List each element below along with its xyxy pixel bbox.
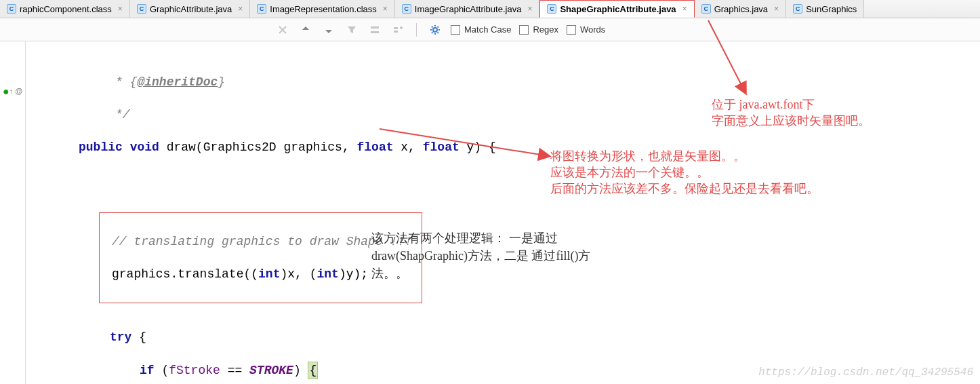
class-icon: C <box>257 4 266 14</box>
editor-tab-bar: CraphicComponent.class× CGraphicAttribut… <box>0 0 980 18</box>
svg-point-4 <box>433 28 437 32</box>
checkbox-icon <box>567 25 576 35</box>
code-editor[interactable]: * {@inheritDoc} */ public void draw(Grap… <box>26 41 980 384</box>
tab-label: GraphicAttribute.java <box>150 4 232 14</box>
const-stroke: STROKE <box>249 364 293 377</box>
tab-label: Graphics.java <box>714 4 768 14</box>
code-line: graphics.translate((int)x, (int)y); <box>112 267 368 281</box>
annotation-note: 位于 java.awt.font下 字面意义上应该时矢量图吧。 <box>712 96 870 129</box>
field-fstroke: fStroke <box>169 364 220 377</box>
add-selection-icon[interactable] <box>390 22 405 37</box>
tab-label: ImageGraphicAttribute.java <box>415 4 522 14</box>
words-checkbox[interactable]: Words <box>567 24 605 35</box>
find-toolbar: Match Case Regex Words <box>0 18 980 41</box>
tab-sun-graphics[interactable]: CSunGraphics <box>786 0 864 18</box>
svg-rect-1 <box>371 31 379 33</box>
tab-graphic-attribute[interactable]: CGraphicAttribute.java× <box>130 0 250 18</box>
kw-if: if <box>140 364 155 377</box>
class-icon: C <box>793 4 802 14</box>
tab-label: ImageRepresentation.class <box>270 4 377 14</box>
class-icon: C <box>701 4 711 14</box>
tab-image-graphic-attribute[interactable]: CImageGraphicAttribute.java× <box>395 0 540 18</box>
tab-shape-graphic-attribute[interactable]: CShapeGraphicAttribute.java× <box>539 0 694 18</box>
next-match-icon[interactable] <box>321 22 336 37</box>
close-search-icon[interactable] <box>275 22 290 37</box>
checkbox-icon <box>519 25 529 35</box>
prev-match-icon[interactable] <box>298 22 313 37</box>
checkbox-label: Regex <box>533 24 558 35</box>
select-all-icon[interactable] <box>367 22 382 37</box>
kw-public: public <box>79 140 123 154</box>
close-icon[interactable]: × <box>118 4 123 14</box>
doc-close: */ <box>79 108 130 121</box>
editor-gutter: ●↑ @ <box>0 41 26 384</box>
tab-graphic-component[interactable]: CraphicComponent.class× <box>0 0 130 18</box>
tab-image-representation[interactable]: CImageRepresentation.class× <box>250 0 395 18</box>
checkbox-label: Words <box>580 24 605 35</box>
annotation-note: 将图转换为形状，也就是矢量图。。 应该是本方法的一个关键。。 后面的方法应该差不… <box>550 148 819 197</box>
class-icon: C <box>137 4 146 14</box>
close-icon[interactable]: × <box>682 4 687 14</box>
close-icon[interactable]: × <box>527 4 532 14</box>
method-sig: draw(Graphics2D graphics, <box>159 140 357 154</box>
kw-void: void <box>130 140 159 154</box>
doc-text: * {@inheritDoc} <box>79 75 225 89</box>
regex-checkbox[interactable]: Regex <box>519 24 558 35</box>
class-icon: C <box>547 4 556 14</box>
tab-label: raphicComponent.class <box>20 4 112 14</box>
filter-icon[interactable] <box>344 22 359 37</box>
settings-icon[interactable] <box>428 22 443 37</box>
close-icon[interactable]: × <box>383 4 388 14</box>
class-icon: C <box>402 4 411 14</box>
class-icon: C <box>7 4 16 14</box>
matched-brace: { <box>308 362 318 379</box>
watermark: https://blog.csdn.net/qq_34295546 <box>758 366 973 379</box>
match-case-checkbox[interactable]: Match Case <box>451 24 511 35</box>
checkbox-icon <box>451 25 460 35</box>
comment: // translating graphics to draw Shape !!… <box>112 235 412 248</box>
annotation-note: 该方法有两个处理逻辑： 一是通过 draw(ShapGraphic)方法，二是 … <box>371 229 590 282</box>
checkbox-label: Match Case <box>464 24 511 35</box>
close-icon[interactable]: × <box>774 4 779 14</box>
override-marker[interactable]: ●↑ @ <box>3 85 22 98</box>
svg-rect-0 <box>371 26 379 28</box>
svg-rect-2 <box>394 27 398 29</box>
tab-graphics[interactable]: CGraphics.java× <box>695 0 787 18</box>
kw-try: try <box>110 330 131 344</box>
svg-rect-3 <box>394 31 398 33</box>
doc-tag: @inheritDoc <box>137 75 218 89</box>
close-icon[interactable]: × <box>238 4 243 14</box>
tab-label: ShapeGraphicAttribute.java <box>560 4 676 14</box>
tab-label: SunGraphics <box>806 4 857 14</box>
divider <box>416 23 417 37</box>
